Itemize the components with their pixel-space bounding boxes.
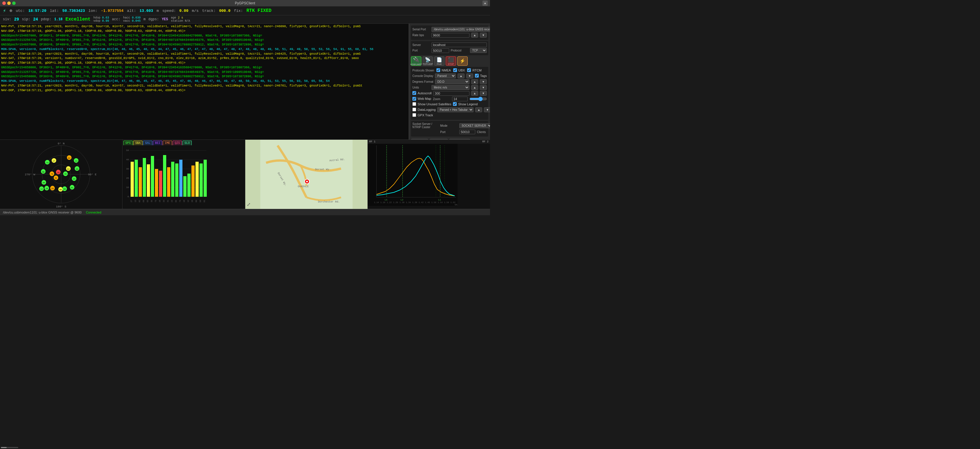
autoscroll-checkbox[interactable]: [412, 91, 416, 95]
tab-bei[interactable]: BEI: [153, 141, 162, 145]
minimize-button[interactable]: [7, 2, 11, 5]
datalogging-up[interactable]: ▲: [475, 107, 482, 112]
webmap-checkbox[interactable]: [412, 97, 416, 101]
file-button[interactable]: 📄 FILE: [434, 56, 444, 66]
tcpudp-button[interactable]: 📡 TCP/UDP: [423, 56, 433, 66]
vacc-label: vacc: [123, 19, 130, 22]
svg-rect-84: [183, 176, 186, 197]
tab-glo[interactable]: GLO: [183, 141, 192, 145]
units-select[interactable]: Metric m/s Imperial: [431, 85, 469, 90]
stop-button[interactable]: ⬛ STOP: [446, 56, 456, 66]
disconnect-button[interactable]: ⚡: [457, 56, 468, 66]
autoscroll-value[interactable]: [433, 91, 469, 96]
stop-label: STOP: [448, 63, 454, 65]
rtcm-checkbox[interactable]: [467, 68, 471, 72]
map-expand-icon[interactable]: ⤢: [247, 201, 250, 208]
svg-text:20: 20: [126, 177, 129, 179]
datalogging-select[interactable]: Parsed + Hex Tabular: [437, 107, 474, 112]
svg-text:82: 82: [68, 157, 70, 159]
tags-label: Tags: [480, 74, 487, 78]
server-input[interactable]: [431, 43, 487, 47]
usbuart-button[interactable]: 🔌 USB/UART: [411, 56, 422, 66]
svg-text:OAKDALE: OAKDALE: [298, 185, 309, 188]
svg-rect-88: [191, 165, 195, 197]
rate-label: Rate bps: [412, 33, 430, 37]
nmea-checkbox-row: NMEA: [436, 68, 451, 72]
console-display-down[interactable]: ▼: [466, 73, 473, 78]
gpx-track-label: GPX Track: [418, 113, 433, 117]
hacc-value: 0.030: [132, 16, 140, 19]
tab-sba[interactable]: SBA: [133, 141, 143, 145]
socket-port-input[interactable]: [459, 130, 475, 134]
show-unused-checkbox[interactable]: [412, 102, 416, 106]
spectrum-panel: RF 1 RF 2 L5 L2 L1 1.14 1.18: [368, 140, 490, 209]
units-up[interactable]: ▲: [471, 85, 478, 90]
close-button[interactable]: [2, 2, 6, 5]
console-panel[interactable]: NAV-PVT, iTOW=18:57:19, year=2023, month…: [0, 24, 409, 140]
map-view[interactable]: 2000ft 1000m Astral Rd. Dorset Wy. Dorse…: [245, 140, 368, 209]
datalogging-row: DataLogging: [412, 108, 436, 111]
bottom-bar: /dev/cu.usbmodem1101: u-blox GNSS receiv…: [0, 209, 490, 215]
bar-label-27: 27: [130, 200, 133, 202]
svg-text:270° W: 270° W: [25, 173, 35, 176]
tab-gal[interactable]: GAL: [143, 141, 152, 145]
svg-text:01: 01: [203, 200, 205, 202]
datalogging-down[interactable]: ▼: [484, 107, 490, 112]
tags-checkbox[interactable]: [475, 74, 479, 78]
webmap-label: Web Map: [418, 97, 431, 100]
nmea-checkbox[interactable]: [436, 68, 440, 72]
rate-up-button[interactable]: ▲: [471, 33, 478, 38]
console-display-select[interactable]: Parsed Binary: [435, 73, 456, 78]
show-legend-checkbox[interactable]: [453, 102, 457, 106]
svg-text:GHz: GHz: [455, 204, 458, 206]
svg-text:1.34: 1.34: [406, 201, 410, 204]
ubx-checkbox[interactable]: [453, 68, 457, 72]
serial-port-select[interactable]: /dev/cu.Bluetooth-Incoming-Port: n/a /de…: [431, 27, 490, 32]
svg-text:1.54: 1.54: [438, 201, 442, 204]
maximize-button[interactable]: [12, 2, 16, 5]
rtcm-label: RTCM: [473, 68, 482, 72]
tab-ime[interactable]: IME: [163, 141, 172, 145]
lon-value: -1.9737554: [101, 9, 124, 13]
svg-text:1.30: 1.30: [399, 201, 404, 204]
pdop-value: 1.18: [54, 17, 62, 21]
degrees-down[interactable]: ▼: [480, 79, 487, 84]
svg-text:1.38: 1.38: [412, 201, 417, 204]
rate-down-button[interactable]: ▼: [480, 33, 487, 38]
gpx-track-checkbox[interactable]: [412, 113, 416, 117]
protocol-select[interactable]: TCP UDP: [470, 48, 487, 53]
device-info: /dev/cu.usbmodem1101: u-blox GNSS receiv…: [3, 211, 82, 214]
tab-gps[interactable]: GPS: [123, 141, 133, 145]
zoom-slider[interactable]: [469, 97, 487, 101]
hacc-vacc: hacc 0.030 vacc 0.045: [123, 16, 140, 22]
alt-label: alt:: [127, 9, 136, 13]
mode-select[interactable]: SOCKET SERVER NTRIP CASTER: [459, 123, 490, 128]
console-display-up[interactable]: ▲: [458, 73, 465, 78]
speed-value: 0.00: [179, 9, 188, 13]
degrees-up[interactable]: ▲: [471, 79, 478, 84]
svg-text:26: 26: [51, 187, 54, 190]
statusbar: ⚡ ⊕ utc: 18:57:20 lat: 50.7363423 lon: -…: [0, 6, 490, 15]
svg-text:73: 73: [51, 173, 53, 175]
tab-qzs[interactable]: QZS: [173, 141, 182, 145]
svg-rect-70: [155, 169, 158, 197]
svg-text:90° E: 90° E: [88, 173, 97, 176]
zoom-value[interactable]: [452, 97, 468, 101]
acc-label: acc:: [112, 17, 121, 21]
serial-port-section: Serial Port /dev/cu.Bluetooth-Incoming-P…: [411, 25, 488, 40]
expand-button[interactable]: ▲: [482, 1, 488, 6]
degrees-format-select[interactable]: DD.D DMS: [435, 79, 469, 84]
svg-text:73: 73: [154, 200, 157, 202]
svg-rect-72: [159, 171, 162, 197]
svg-text:Dorset Wy.: Dorset Wy.: [315, 168, 331, 171]
port-input[interactable]: [431, 48, 449, 53]
svg-text:84: 84: [43, 182, 45, 184]
map-panel: 2000ft 1000m Astral Rd. Dorset Wy. Dorse…: [245, 140, 368, 209]
svg-text:1.62: 1.62: [450, 201, 455, 204]
rate-input[interactable]: [431, 33, 469, 38]
autoscroll-up[interactable]: ▲: [471, 91, 478, 96]
datalogging-checkbox[interactable]: [412, 108, 416, 111]
svg-text:23: 23: [73, 178, 75, 180]
units-down[interactable]: ▼: [480, 85, 487, 90]
autoscroll-down[interactable]: ▼: [480, 91, 487, 96]
